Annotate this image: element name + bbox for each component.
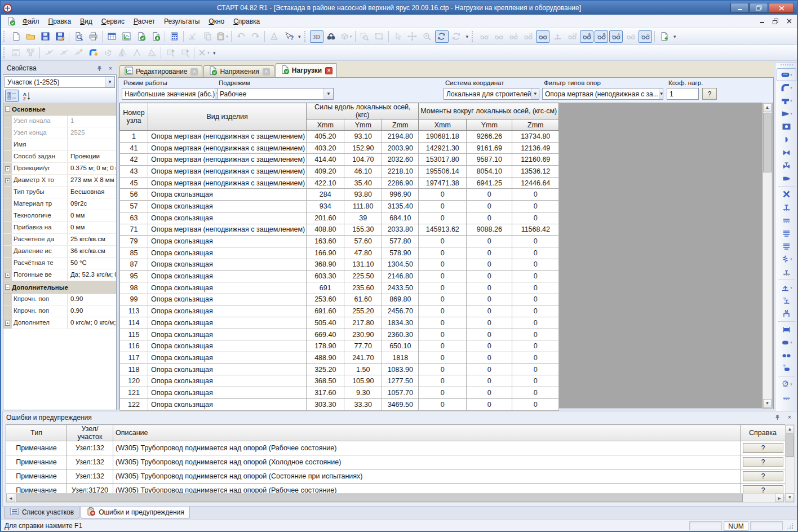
measure-angle-button[interactable] (145, 47, 158, 59)
render-mode-button[interactable]: ▾ (339, 30, 353, 43)
close-button[interactable] (769, 3, 794, 13)
valve-button[interactable] (777, 146, 796, 159)
paste-fragment-button[interactable] (178, 47, 192, 59)
menu-Окно[interactable]: Окно (204, 16, 229, 27)
rigid-support-button[interactable] (777, 265, 796, 278)
expand-icon[interactable]: + (5, 273, 10, 278)
view-3d-button[interactable]: 3D (310, 30, 323, 43)
toolbar-grip[interactable] (472, 31, 475, 42)
scroll-left-icon[interactable]: ◄ (6, 494, 15, 502)
open-button[interactable] (24, 30, 37, 43)
table-row[interactable]: 57Опора скользящая934111.803135.40000 (120, 201, 559, 212)
table-row[interactable]: 116Опора скользящая178.9077.70650.10000 (120, 340, 559, 352)
chevron-down-icon[interactable]: ▼ (323, 88, 333, 99)
pan-button[interactable] (406, 30, 419, 43)
close-panel-icon[interactable]: × (106, 64, 115, 73)
zoom-window-button[interactable] (358, 30, 371, 43)
help-button[interactable]: ? (743, 443, 783, 453)
property-row[interactable]: Прибавка на0 мм (3, 222, 116, 234)
menu-Расчет[interactable]: Расчет (129, 16, 159, 27)
tab-Нагрузки[interactable]: Нагрузки× (276, 63, 337, 77)
collapse-icon[interactable]: − (5, 107, 10, 112)
tab-close-icon[interactable]: × (190, 68, 198, 76)
print-preview-button[interactable] (72, 30, 85, 43)
anchor-support-button[interactable] (777, 201, 796, 214)
scrollbar-thumb[interactable] (16, 494, 743, 502)
coef-help-button[interactable]: ? (702, 88, 717, 100)
property-row[interactable]: Технологиче0 мм (3, 210, 116, 222)
mirror-element-button[interactable] (116, 47, 129, 59)
equipment-flange-button[interactable] (777, 323, 796, 336)
table-row[interactable]: 43Опора мертвая (неподвижная с защемлени… (120, 166, 559, 178)
table-row[interactable]: 71Опора мертвая (неподвижная с защемлени… (120, 224, 559, 236)
az-sort-button[interactable]: AZ (20, 90, 33, 102)
property-row[interactable]: Кпрочн. поп0.90 (3, 294, 116, 305)
rotate-element-button[interactable] (101, 47, 114, 59)
table-row[interactable]: 42Опора мертвая (неподвижная с защемлени… (120, 154, 559, 166)
gauge-button[interactable]: ▾ (777, 378, 796, 391)
property-value[interactable]: 0 мм (68, 222, 116, 233)
zoom-extents-button[interactable] (373, 30, 386, 43)
add-pipe-button[interactable] (86, 47, 100, 59)
toolbar-overflow-icon[interactable]: ▾ (673, 34, 676, 39)
property-row[interactable]: Расчетное да25 кгс/кв.см (3, 234, 116, 246)
paste-button[interactable]: ▾ (215, 30, 229, 43)
show-abs-button[interactable]: а (580, 30, 593, 43)
toolbar-grip[interactable] (304, 31, 307, 42)
table-row[interactable]: 45Опора мертвая (неподвижная с защемлени… (120, 177, 559, 189)
show-sum-button[interactable]: + (609, 30, 623, 43)
mdi-close-button[interactable] (784, 17, 793, 26)
table-view-button[interactable] (105, 30, 118, 43)
coef-input[interactable] (667, 88, 699, 100)
submode-select[interactable]: Рабочее▼ (217, 88, 334, 100)
guide-support-button[interactable] (777, 227, 796, 240)
property-row[interactable]: +Дополнител0 кгс/м; 0 кгс/м; (3, 317, 116, 329)
undo-button[interactable] (234, 30, 247, 43)
tab-close-icon[interactable]: × (325, 67, 333, 74)
show-support-loads-button[interactable] (536, 30, 549, 43)
table-row[interactable]: 79Опора скользящая163.6057.60577.80000 (120, 236, 559, 247)
redo-button[interactable] (249, 30, 262, 43)
segment-selector[interactable]: Участок (1-2525) ▼ (5, 76, 115, 88)
mode-select[interactable]: Наибольшие значения (абс.)▼ (122, 88, 218, 100)
transition-button[interactable] (777, 172, 796, 185)
scrollbar-thumb[interactable] (786, 435, 794, 457)
property-group[interactable]: −Дополнительные (3, 281, 116, 294)
rotate-auto-button[interactable] (450, 30, 463, 43)
plot-view-button[interactable] (119, 30, 133, 43)
property-value[interactable]: 273 мм X 8 мм (68, 175, 116, 186)
property-value[interactable]: 0 мм (68, 210, 116, 221)
custom-support-button[interactable]: ? (777, 294, 796, 307)
minimize-button[interactable] (730, 3, 749, 13)
toolbar-grip[interactable] (781, 64, 793, 67)
calculator-button[interactable] (167, 30, 181, 43)
chevron-down-icon[interactable]: ▾ (790, 382, 792, 387)
table-row[interactable]: 117Опора скользящая488.90241.701818000 (120, 352, 559, 364)
table-row[interactable]: 121Опора скользящая317.609.301057.70000 (120, 387, 559, 399)
equipment-custom-button[interactable]: ? (777, 362, 796, 375)
scroll-right-icon[interactable]: ► (775, 494, 784, 502)
insert-node-button[interactable] (42, 47, 56, 59)
table-vertical-scrollbar[interactable]: ▲ ▼ (762, 103, 772, 409)
tab-close-icon[interactable]: × (263, 68, 270, 76)
bottom-tab-Ошибки и предупреждения[interactable]: Ошибки и предупреждения (81, 507, 190, 518)
property-row[interactable]: +Проекции/уг0.375 м; 0 м; 0 м (3, 163, 116, 175)
table-row[interactable]: 95Опора скользящая603.30225.502146.80000 (120, 271, 559, 282)
check-model-button[interactable] (134, 30, 148, 43)
save-as-button[interactable] (53, 30, 66, 43)
property-value[interactable]: 09г2с (68, 198, 116, 210)
table-row[interactable]: 41Опора мертвая (неподвижная с защемлени… (120, 142, 559, 154)
chevron-down-icon[interactable]: ▾ (790, 257, 792, 261)
help-button[interactable]: ? (743, 457, 783, 467)
pipe-segment-button[interactable]: ▾ (777, 68, 796, 81)
chevron-down-icon[interactable]: ▼ (105, 77, 114, 87)
equipment-twin-button[interactable] (777, 349, 796, 362)
scroll-up-icon[interactable]: ▲ (763, 103, 772, 112)
show-envelope2-button[interactable]: ↔ (639, 30, 652, 43)
property-value[interactable]: 36 кгс/кв.см (68, 246, 116, 257)
error-row[interactable]: ПримечаниеУзел:132(W305) Трубопровод под… (6, 455, 786, 469)
menu-Вид[interactable]: Вид (76, 16, 97, 27)
copy-fragment-button[interactable] (163, 47, 177, 59)
table-row[interactable]: 1Опора мертвая (неподвижная с защемление… (120, 131, 559, 143)
collapse-icon[interactable]: − (5, 285, 10, 290)
